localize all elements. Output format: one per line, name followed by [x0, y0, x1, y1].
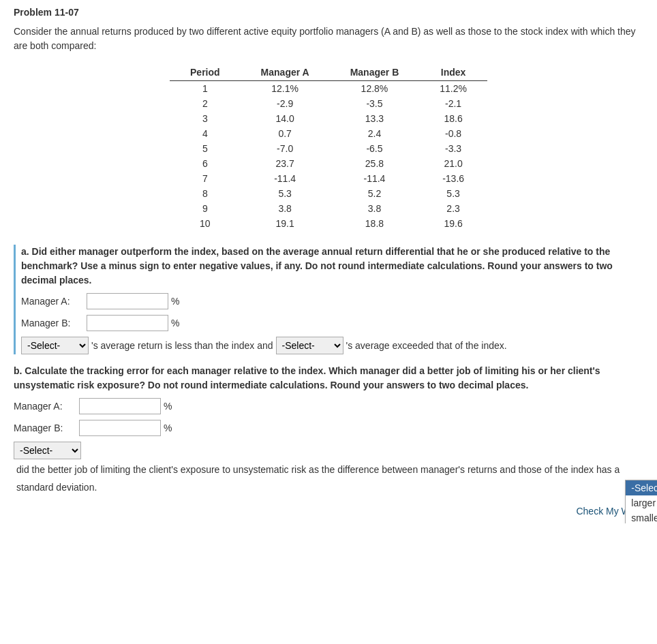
- end-text-a: 's average exceeded that of the index.: [346, 340, 507, 351]
- pct-a-b: %: [164, 401, 172, 412]
- end-text-b: standard deviation.: [16, 482, 97, 493]
- table-cell: 18.8: [330, 216, 420, 231]
- table-cell: 5: [170, 141, 241, 156]
- table-row: 7-11.4-11.4-13.6: [170, 171, 487, 186]
- data-table: Period Manager A Manager B Index 112.1%1…: [170, 64, 487, 231]
- table-cell: 2.3: [419, 201, 487, 216]
- select-a-2[interactable]: -Select-Manager AManager B: [276, 337, 343, 354]
- table-cell: -0.8: [419, 126, 487, 141]
- table-cell: -3.5: [330, 96, 420, 111]
- table-cell: -11.4: [241, 171, 330, 186]
- manager-a-label-a: Manager A:: [21, 296, 82, 307]
- table-cell: -7.0: [241, 141, 330, 156]
- table-cell: -13.6: [419, 171, 487, 186]
- table-cell: 18.6: [419, 111, 487, 126]
- table-row: 93.83.82.3: [170, 201, 487, 216]
- table-cell: 2.4: [330, 126, 420, 141]
- table-cell: 14.0: [241, 111, 330, 126]
- table-row: 5-7.0-6.5-3.3: [170, 141, 487, 156]
- manager-b-input-a[interactable]: [87, 315, 168, 331]
- problem-title: Problem 11-07: [14, 7, 643, 18]
- table-cell: 0.7: [241, 126, 330, 141]
- table-row: 623.725.821.0: [170, 156, 487, 171]
- table-row: 85.35.25.3: [170, 186, 487, 201]
- table-cell: 21.0: [419, 156, 487, 171]
- table-cell: -6.5: [330, 141, 420, 156]
- table-row: 2-2.9-3.5-2.1: [170, 96, 487, 111]
- table-cell: 1: [170, 81, 241, 97]
- col-manager-b: Manager B: [330, 64, 420, 81]
- col-index: Index: [419, 64, 487, 81]
- section-b-label: b. Calculate the tracking error for each…: [14, 364, 643, 393]
- table-cell: 4: [170, 126, 241, 141]
- table-cell: 5.3: [419, 186, 487, 201]
- table-cell: 19.6: [419, 216, 487, 231]
- manager-a-input-a[interactable]: [87, 293, 168, 309]
- table-cell: 13.3: [330, 111, 420, 126]
- manager-b-label-b: Manager B:: [14, 423, 75, 433]
- middle-text-a: 's average return is less than the index…: [91, 340, 273, 351]
- table-cell: 8: [170, 186, 241, 201]
- manager-b-input-b[interactable]: [79, 420, 161, 436]
- table-cell: 12.8%: [330, 81, 420, 97]
- table-cell: 3: [170, 111, 241, 126]
- table-cell: 10: [170, 216, 241, 231]
- table-cell: 5.3: [241, 186, 330, 201]
- intro-text: Consider the annual returns produced by …: [14, 25, 643, 53]
- table-row: 40.72.4-0.8: [170, 126, 487, 141]
- table-cell: 5.2: [330, 186, 420, 201]
- table-cell: 6: [170, 156, 241, 171]
- table-cell: 7: [170, 171, 241, 186]
- table-cell: 11.2%: [419, 81, 487, 97]
- dropdown-popup: -Select- larger smaller: [625, 480, 657, 523]
- table-cell: -11.4: [330, 171, 420, 186]
- pct-b-a: %: [171, 318, 179, 328]
- dropdown-option-smaller[interactable]: smaller: [626, 510, 657, 523]
- table-cell: 19.1: [241, 216, 330, 231]
- select-b-1[interactable]: -Select-Manager AManager B: [14, 442, 81, 459]
- table-cell: 2: [170, 96, 241, 111]
- table-cell: -2.9: [241, 96, 330, 111]
- table-cell: 9: [170, 201, 241, 216]
- pct-a-a: %: [171, 296, 179, 307]
- manager-a-input-b[interactable]: [79, 398, 161, 414]
- col-period: Period: [170, 64, 241, 81]
- table-cell: -2.1: [419, 96, 487, 111]
- table-row: 112.1%12.8%11.2%: [170, 81, 487, 97]
- section-a-label: a. Did either manager outperform the ind…: [21, 245, 643, 288]
- table-cell: 3.8: [330, 201, 420, 216]
- dropdown-selected[interactable]: -Select-: [626, 480, 657, 495]
- pct-b-b: %: [164, 423, 172, 433]
- table-cell: 23.7: [241, 156, 330, 171]
- table-cell: -3.3: [419, 141, 487, 156]
- table-row: 314.013.318.6: [170, 111, 487, 126]
- table-cell: 3.8: [241, 201, 330, 216]
- table-cell: 12.1%: [241, 81, 330, 97]
- manager-b-label-a: Manager B:: [21, 318, 82, 328]
- table-row: 1019.118.819.6: [170, 216, 487, 231]
- manager-a-label-b: Manager A:: [14, 401, 75, 412]
- middle-text-b: did the better job of limiting the clien…: [16, 464, 620, 475]
- table-cell: 25.8: [330, 156, 420, 171]
- select-a-1[interactable]: -Select-Manager AManager B: [21, 337, 89, 354]
- dropdown-option-larger[interactable]: larger: [626, 495, 657, 510]
- col-manager-a: Manager A: [241, 64, 330, 81]
